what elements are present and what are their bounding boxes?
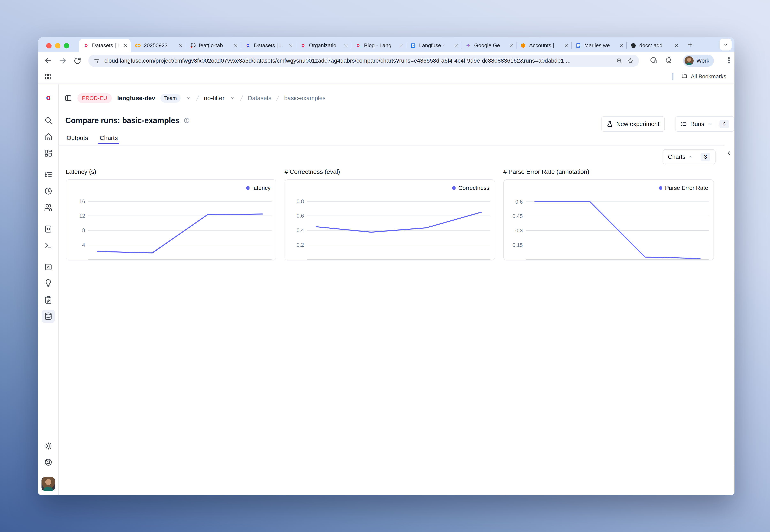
sidebar-item-database[interactable] (42, 310, 55, 323)
tab-charts[interactable]: Charts (100, 133, 118, 144)
svg-text:4: 4 (82, 242, 85, 248)
langfuse-favicon (300, 42, 306, 49)
site-settings-icon[interactable] (94, 58, 100, 64)
sidebar-item-percent[interactable] (42, 260, 55, 274)
browser-tab[interactable]: 6Langfuse - (406, 39, 461, 52)
sidebar-item-clipboard[interactable] (42, 293, 55, 306)
home-icon (44, 133, 52, 141)
browser-tab[interactable]: Datasets | L (241, 39, 296, 52)
url-text[interactable]: cloud.langfuse.com/project/cmfwgv8fx002o… (104, 57, 612, 64)
bulb-icon (44, 279, 52, 288)
sidebar-item-home[interactable] (42, 130, 55, 143)
breadcrumb-dataset-name[interactable]: basic-examples (284, 95, 325, 102)
close-window-button[interactable] (46, 43, 52, 48)
environment-badge[interactable]: PROD-EU (77, 93, 112, 103)
chart-title: Latency (s) (66, 167, 276, 176)
sidebar-item-gear[interactable] (42, 439, 55, 453)
user-avatar[interactable] (41, 477, 55, 491)
browser-tab[interactable]: Marlies we (571, 39, 626, 52)
info-icon[interactable] (183, 117, 190, 124)
privacy-icon[interactable] (650, 56, 658, 65)
tab-close-icon[interactable] (619, 43, 624, 48)
tab-close-icon[interactable] (564, 43, 569, 48)
sidebar-item-file-code[interactable] (42, 222, 55, 236)
browser-tab[interactable]: Accounts | (516, 39, 571, 52)
sidebar-toggle-icon[interactable] (64, 94, 72, 102)
back-icon[interactable] (44, 57, 52, 65)
folder-icon (681, 73, 687, 80)
window-controls[interactable] (46, 43, 69, 48)
reload-icon[interactable] (73, 57, 81, 65)
legend-dot (452, 186, 456, 190)
tab-close-icon[interactable] (178, 43, 183, 48)
chevron-down-icon[interactable] (230, 95, 235, 101)
browser-tab[interactable]: Organizatio (296, 39, 351, 52)
project-name[interactable]: no-filter (204, 95, 225, 102)
extensions-puzzle-icon[interactable] (665, 56, 673, 65)
sidebar-item-search[interactable] (42, 114, 55, 127)
sidebar-item-bulb[interactable] (42, 277, 55, 290)
line-chart: 0.20.40.60.8 (285, 180, 495, 260)
svg-text:0.2: 0.2 (297, 242, 304, 248)
sidebar-item-lifebuoy[interactable] (42, 456, 55, 469)
browser-toolbar: cloud.langfuse.com/project/cmfwgv8fx002o… (38, 52, 734, 70)
flask-icon (607, 121, 613, 127)
browser-tab[interactable]: Datasets | L (79, 39, 131, 52)
sidebar-item-dashboard[interactable] (42, 147, 55, 160)
tab-close-icon[interactable] (123, 43, 128, 48)
runs-selector-button[interactable]: Runs 4 (675, 116, 734, 132)
chevron-down-icon[interactable] (186, 95, 191, 101)
charts-label: Charts (668, 154, 685, 160)
sidebar-item-users[interactable] (42, 201, 55, 214)
zoom-icon[interactable] (616, 57, 623, 64)
address-bar[interactable]: cloud.langfuse.com/project/cmfwgv8fx002o… (88, 55, 639, 67)
tab-close-icon[interactable] (674, 43, 679, 48)
sidebar-item-tracing[interactable] (42, 168, 55, 181)
org-name[interactable]: langfuse-dev (117, 95, 155, 102)
tab-close-icon[interactable] (509, 43, 513, 48)
button-divider (697, 153, 697, 161)
svg-text:8: 8 (82, 227, 85, 233)
new-experiment-button[interactable]: New experiment (601, 116, 665, 132)
browser-tab[interactable]: docs: add (626, 39, 681, 52)
tab-close-icon[interactable] (344, 43, 348, 48)
colab-favicon (135, 42, 141, 49)
browser-menu-kebab-icon[interactable] (725, 56, 733, 65)
maximize-window-button[interactable] (64, 43, 69, 48)
browser-tab[interactable]: feat(io-tab (186, 39, 241, 52)
browser-tab[interactable]: Blog - Lang (351, 39, 406, 52)
tab-title: Marlies we (584, 42, 618, 49)
charts-selector-button[interactable]: Charts 3 (663, 149, 716, 164)
browser-tab[interactable]: 20250923 (131, 39, 186, 52)
runs-count-badge: 4 (720, 120, 729, 128)
all-bookmarks[interactable]: All Bookmarks (672, 70, 726, 84)
bookmark-star-icon[interactable] (627, 57, 634, 64)
line-chart: 0.150.30.450.6 (504, 180, 714, 260)
langfuse-logo-icon[interactable] (44, 94, 52, 102)
legend-dot (246, 186, 250, 190)
app-sidebar (38, 84, 59, 495)
sidebar-item-terminal[interactable] (42, 239, 55, 252)
sidebar-item-clock[interactable] (42, 185, 55, 198)
new-tab-button[interactable] (686, 40, 695, 49)
tab-search-chevron[interactable] (720, 39, 732, 50)
collapse-panel-chevron-icon[interactable] (726, 150, 733, 157)
tab-close-icon[interactable] (399, 43, 403, 48)
legend-label: latency (252, 185, 271, 191)
chart-block: # Correctness (eval)0.20.40.60.8Correctn… (285, 167, 495, 260)
browser-profile-chip[interactable]: Work (683, 55, 714, 67)
apps-grid-icon[interactable] (44, 73, 52, 81)
tab-close-icon[interactable] (289, 43, 293, 48)
line-chart: 481216 (66, 180, 276, 260)
svg-text:16: 16 (79, 198, 85, 204)
tab-strip: Datasets | L20250923feat(io-tabDatasets … (38, 37, 734, 52)
tab-close-icon[interactable] (454, 43, 458, 48)
breadcrumb-datasets[interactable]: Datasets (248, 95, 271, 102)
tab-outputs[interactable]: Outputs (67, 133, 88, 144)
gemini-favicon (465, 42, 471, 49)
browser-tab[interactable]: Google Ge (461, 39, 516, 52)
minimize-window-button[interactable] (55, 43, 60, 48)
forward-icon[interactable] (59, 57, 67, 65)
tab-close-icon[interactable] (234, 43, 238, 48)
svg-text:0.6: 0.6 (297, 213, 304, 219)
